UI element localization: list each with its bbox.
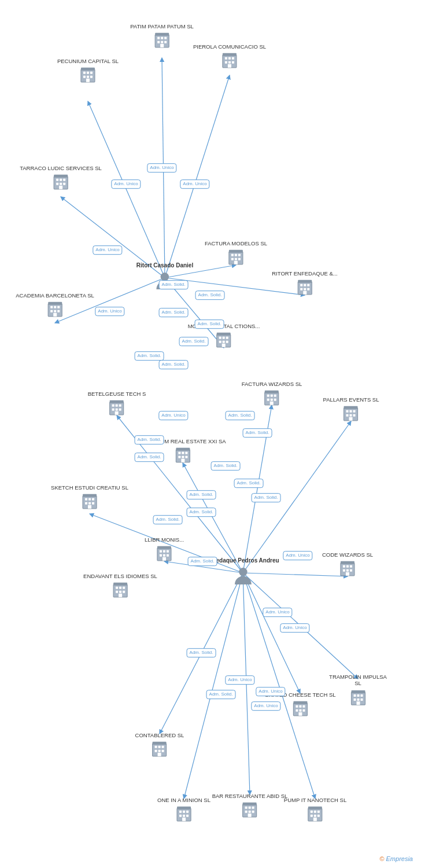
company-node-factura_wizards[interactable]: FACTURA WIZARDS SL — [242, 381, 302, 410]
company-node-bar_restaurante[interactable]: BAR RESTAURANTE ABID SL — [212, 793, 288, 822]
role-badge-b5[interactable]: Adm. Solid. — [159, 280, 189, 289]
svg-rect-199 — [252, 811, 254, 813]
svg-rect-167 — [155, 746, 157, 748]
company-node-betelgeuse[interactable]: BETELGEUSE TECH S — [88, 391, 146, 420]
role-badge-b1[interactable]: Adm. Unico — [111, 179, 141, 189]
svg-rect-34 — [232, 57, 234, 60]
role-badge-b17[interactable]: Adm. Solid. — [243, 428, 272, 437]
svg-rect-123 — [182, 452, 184, 454]
connections-svg — [0, 0, 421, 868]
svg-rect-196 — [252, 807, 254, 809]
svg-rect-121 — [176, 448, 190, 451]
svg-rect-110 — [270, 402, 274, 405]
company-label: BETELGEUSE TECH S — [88, 391, 146, 397]
svg-rect-169 — [162, 746, 164, 748]
role-badge-b32[interactable]: Adm. Unico — [251, 701, 280, 711]
svg-rect-96 — [116, 404, 118, 407]
role-badge-b9[interactable]: Adm. Solid. — [195, 319, 224, 329]
company-node-sketch[interactable]: SKETCH ESTUDI CREATIU SL — [51, 484, 128, 513]
building-icon — [175, 805, 193, 826]
role-badge-b11[interactable]: Adm. Solid. — [159, 360, 189, 369]
svg-rect-125 — [178, 456, 180, 458]
building-icon — [215, 331, 233, 352]
svg-rect-106 — [274, 395, 276, 397]
company-node-code_wizards[interactable]: CODE WIZARDS SL — [322, 551, 373, 580]
role-badge-b10[interactable]: Adm. Solid. — [135, 351, 164, 361]
company-node-endavant[interactable]: ENDAVANT ELS IDIOMES SL — [83, 573, 157, 602]
svg-rect-32 — [225, 57, 227, 60]
svg-rect-140 — [160, 550, 162, 553]
svg-rect-43 — [90, 72, 93, 74]
role-badge-b25[interactable]: Adm. Unico — [283, 551, 312, 560]
role-badge-b6[interactable]: Adm. Solid. — [195, 290, 225, 300]
svg-rect-59 — [231, 254, 234, 256]
company-node-contablered[interactable]: CONTABLERED SL — [135, 732, 184, 761]
role-badge-b7[interactable]: Adm. Solid. — [159, 308, 189, 317]
role-badge-b29[interactable]: Adm. Unico — [225, 675, 254, 685]
svg-rect-177 — [357, 694, 359, 697]
svg-rect-158 — [343, 565, 345, 568]
svg-rect-24 — [161, 37, 163, 39]
role-badge-b12[interactable]: Adm. Unico — [95, 307, 124, 316]
role-badge-b3[interactable]: Adm. Unico — [180, 179, 209, 189]
svg-rect-133 — [92, 498, 94, 501]
company-node-pump_it[interactable]: PUMP IT NANOTECH SL — [284, 797, 346, 826]
role-badge-b2[interactable]: Adm. Unico — [147, 163, 176, 172]
company-node-patim[interactable]: PATIM PATAM PATUM SL — [130, 23, 194, 52]
svg-rect-28 — [164, 41, 167, 43]
company-node-academia[interactable]: ACADEMIA BARCELONETA SL — [16, 292, 94, 321]
svg-rect-37 — [232, 61, 234, 64]
svg-rect-191 — [298, 712, 302, 716]
svg-rect-146 — [163, 557, 166, 561]
svg-rect-209 — [182, 818, 186, 821]
svg-rect-58 — [229, 250, 243, 253]
svg-rect-150 — [119, 587, 121, 589]
role-badge-b31[interactable]: Adm. Unico — [256, 687, 285, 696]
role-badge-b15[interactable]: Adm. Solid. — [135, 453, 164, 462]
role-badge-b13[interactable]: Adm. Unico — [158, 411, 188, 420]
company-node-ritort_enfedaque[interactable]: RITORT ENFEDAQUE &... — [272, 270, 338, 299]
role-badge-b8[interactable]: Adm. Solid. — [179, 337, 209, 346]
svg-rect-155 — [119, 594, 122, 597]
svg-rect-179 — [353, 698, 356, 701]
company-node-pecunium_capital[interactable]: PECUNIUM CAPITAL SL — [57, 58, 119, 87]
company-node-trampolin[interactable]: TRAMPOLIN IMPULSA SL — [327, 674, 390, 709]
graph-container: © Empresia PATIM PATAM PATUM SL PIEROLA … — [0, 0, 421, 868]
role-badge-b23[interactable]: Adm. Solid. — [153, 515, 183, 524]
role-badge-b19[interactable]: Adm. Solid. — [234, 479, 264, 488]
person-node-enfedaque[interactable]: Enfedaque Pedros Andreu — [206, 557, 279, 589]
role-badge-b16[interactable]: Adm. Solid. — [226, 411, 255, 420]
company-node-factura_modelos[interactable]: FACTURA MODELOS SL — [205, 240, 267, 269]
svg-rect-113 — [346, 410, 349, 413]
svg-rect-50 — [56, 179, 58, 181]
company-label: PATIM PATAM PATUM SL — [130, 23, 194, 30]
company-node-llibre[interactable]: LLIBR MONIS... — [145, 536, 184, 565]
role-badge-b24[interactable]: Adm. Solid. — [188, 557, 217, 566]
role-badge-b14[interactable]: Adm. Solid. — [135, 435, 164, 444]
svg-rect-182 — [356, 701, 360, 705]
company-node-tarraco[interactable]: TARRACO LUDIC SERVICES SL — [20, 165, 102, 194]
building-icon — [150, 740, 169, 761]
svg-rect-114 — [350, 410, 352, 413]
role-badge-b22[interactable]: Adm. Solid. — [187, 507, 216, 517]
company-node-pallars[interactable]: PALLARS EVENTS SL — [323, 396, 379, 425]
building-icon — [241, 801, 259, 822]
role-badge-b28[interactable]: Adm. Solid. — [187, 648, 216, 657]
company-node-pierola[interactable]: PIEROLA COMUNICACIO SL — [193, 43, 266, 72]
svg-rect-53 — [56, 183, 58, 185]
person-label: Enfedaque Pedros Andreu — [206, 557, 279, 564]
role-badge-b27[interactable]: Adm. Unico — [280, 623, 309, 632]
company-label: PALLARS EVENTS SL — [323, 396, 379, 403]
svg-rect-61 — [238, 254, 241, 256]
role-badge-b21[interactable]: Adm. Solid. — [187, 490, 216, 499]
watermark: © Empresia — [379, 855, 413, 862]
svg-rect-38 — [228, 64, 231, 68]
svg-rect-214 — [317, 811, 320, 813]
svg-rect-127 — [185, 456, 187, 458]
company-node-one_in_a_minion[interactable]: ONE IN A MINION SL — [157, 797, 211, 826]
role-badge-b30[interactable]: Adm. Solid. — [206, 690, 236, 699]
role-badge-b20[interactable]: Adm. Solid. — [252, 493, 281, 502]
role-badge-b18[interactable]: Adm. Solid. — [211, 461, 241, 470]
role-badge-b26[interactable]: Adm. Unico — [263, 608, 292, 617]
role-badge-b4[interactable]: Adm. Unico — [93, 245, 122, 255]
